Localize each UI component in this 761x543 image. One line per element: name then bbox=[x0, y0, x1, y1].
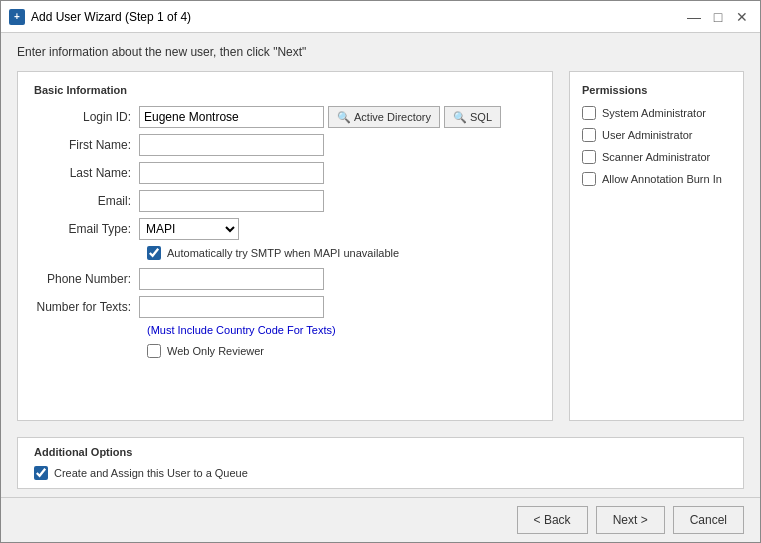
login-id-label: Login ID: bbox=[34, 110, 139, 124]
perm-annotation-burn-row: Allow Annotation Burn In bbox=[582, 172, 731, 186]
active-directory-label: Active Directory bbox=[354, 111, 431, 123]
active-directory-button[interactable]: 🔍 Active Directory bbox=[328, 106, 440, 128]
title-bar: + Add User Wizard (Step 1 of 4) — □ ✕ bbox=[1, 1, 760, 33]
user-admin-checkbox[interactable] bbox=[582, 128, 596, 142]
number-for-texts-label: Number for Texts: bbox=[34, 300, 139, 314]
permissions-panel: Permissions System Administrator User Ad… bbox=[569, 71, 744, 421]
phone-number-row: Phone Number: bbox=[34, 268, 536, 290]
basic-info-title: Basic Information bbox=[34, 84, 536, 96]
web-only-checkbox[interactable] bbox=[147, 344, 161, 358]
login-id-controls: 🔍 Active Directory 🔍 SQL bbox=[139, 106, 501, 128]
queue-checkbox-row: Create and Assign this User to a Queue bbox=[34, 466, 727, 480]
email-row: Email: bbox=[34, 190, 536, 212]
back-button[interactable]: < Back bbox=[517, 506, 588, 534]
number-for-texts-input[interactable] bbox=[139, 296, 324, 318]
email-type-label: Email Type: bbox=[34, 222, 139, 236]
window-title: Add User Wizard (Step 1 of 4) bbox=[31, 10, 684, 24]
close-button[interactable]: ✕ bbox=[732, 7, 752, 27]
web-only-label: Web Only Reviewer bbox=[167, 345, 264, 357]
next-button[interactable]: Next > bbox=[596, 506, 665, 534]
email-type-select[interactable]: MAPI SMTP bbox=[139, 218, 239, 240]
email-type-row: Email Type: MAPI SMTP bbox=[34, 218, 536, 240]
system-admin-label: System Administrator bbox=[602, 107, 706, 119]
first-name-label: First Name: bbox=[34, 138, 139, 152]
first-name-row: First Name: bbox=[34, 134, 536, 156]
email-label: Email: bbox=[34, 194, 139, 208]
sql-label: SQL bbox=[470, 111, 492, 123]
smtp-checkbox[interactable] bbox=[147, 246, 161, 260]
sql-search-icon: 🔍 bbox=[453, 111, 467, 124]
additional-options-title: Additional Options bbox=[34, 446, 727, 458]
web-only-row: Web Only Reviewer bbox=[147, 344, 536, 358]
perm-system-admin-row: System Administrator bbox=[582, 106, 731, 120]
minimize-button[interactable]: — bbox=[684, 7, 704, 27]
first-name-input[interactable] bbox=[139, 134, 324, 156]
sql-button[interactable]: 🔍 SQL bbox=[444, 106, 501, 128]
phone-number-input[interactable] bbox=[139, 268, 324, 290]
annotation-burn-checkbox[interactable] bbox=[582, 172, 596, 186]
queue-label: Create and Assign this User to a Queue bbox=[54, 467, 248, 479]
login-id-input[interactable] bbox=[139, 106, 324, 128]
login-id-row: Login ID: 🔍 Active Directory 🔍 SQL bbox=[34, 106, 536, 128]
additional-options-panel: Additional Options Create and Assign thi… bbox=[17, 437, 744, 489]
last-name-label: Last Name: bbox=[34, 166, 139, 180]
basic-info-panel: Basic Information Login ID: 🔍 Active Dir… bbox=[17, 71, 553, 421]
cancel-button[interactable]: Cancel bbox=[673, 506, 744, 534]
wizard-window: + Add User Wizard (Step 1 of 4) — □ ✕ En… bbox=[0, 0, 761, 543]
window-controls: — □ ✕ bbox=[684, 7, 752, 27]
perm-user-admin-row: User Administrator bbox=[582, 128, 731, 142]
smtp-checkbox-row: Automatically try SMTP when MAPI unavail… bbox=[147, 246, 536, 260]
main-content: Enter information about the new user, th… bbox=[1, 33, 760, 497]
footer: < Back Next > Cancel bbox=[1, 497, 760, 542]
queue-checkbox[interactable] bbox=[34, 466, 48, 480]
window-icon-text: + bbox=[14, 11, 20, 22]
subtitle-text: Enter information about the new user, th… bbox=[17, 45, 744, 59]
number-for-texts-row: Number for Texts: bbox=[34, 296, 536, 318]
scanner-admin-checkbox[interactable] bbox=[582, 150, 596, 164]
system-admin-checkbox[interactable] bbox=[582, 106, 596, 120]
phone-number-label: Phone Number: bbox=[34, 272, 139, 286]
last-name-row: Last Name: bbox=[34, 162, 536, 184]
search-icon: 🔍 bbox=[337, 111, 351, 124]
perm-scanner-admin-row: Scanner Administrator bbox=[582, 150, 731, 164]
smtp-label: Automatically try SMTP when MAPI unavail… bbox=[167, 247, 399, 259]
window-icon: + bbox=[9, 9, 25, 25]
email-input[interactable] bbox=[139, 190, 324, 212]
main-area: Basic Information Login ID: 🔍 Active Dir… bbox=[17, 71, 744, 421]
maximize-button[interactable]: □ bbox=[708, 7, 728, 27]
permissions-title: Permissions bbox=[582, 84, 731, 96]
annotation-burn-label: Allow Annotation Burn In bbox=[602, 173, 722, 185]
country-code-note: (Must Include Country Code For Texts) bbox=[147, 324, 536, 336]
last-name-input[interactable] bbox=[139, 162, 324, 184]
scanner-admin-label: Scanner Administrator bbox=[602, 151, 710, 163]
user-admin-label: User Administrator bbox=[602, 129, 692, 141]
